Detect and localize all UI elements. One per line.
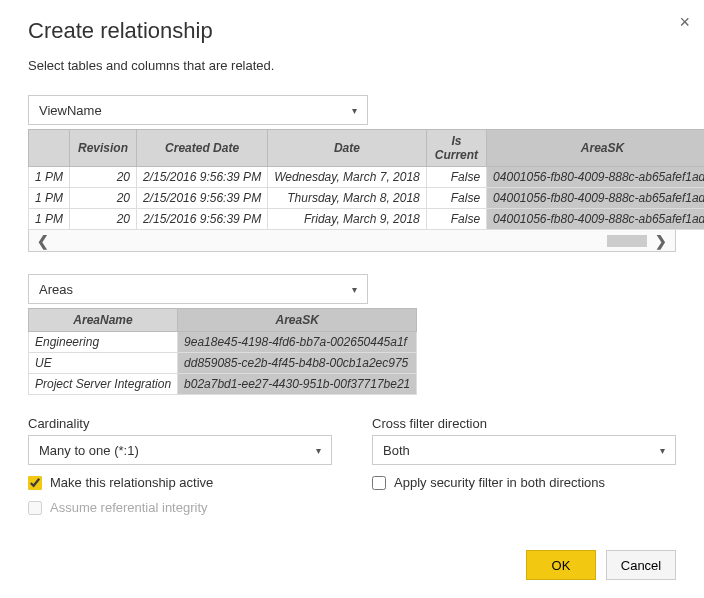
cardinality-label: Cardinality (28, 416, 332, 431)
scroll-right-icon[interactable]: ❯ (655, 233, 667, 249)
subtitle: Select tables and columns that are relat… (28, 58, 676, 73)
crossfilter-label: Cross filter direction (372, 416, 676, 431)
chevron-down-icon: ▾ (352, 284, 357, 295)
cardinality-dropdown[interactable]: Many to one (*:1) ▾ (28, 435, 332, 465)
table1-name: ViewName (39, 103, 102, 118)
table-row[interactable]: Engineering 9ea18e45-4198-4fd6-bb7a-0026… (29, 332, 417, 353)
table1-dropdown[interactable]: ViewName ▾ (28, 95, 368, 125)
table1-col-areask[interactable]: AreaSK (487, 130, 704, 167)
table-row[interactable]: UE dd859085-ce2b-4f45-b4b8-00cb1a2ec975 (29, 353, 417, 374)
table2-grid: AreaName AreaSK Engineering 9ea18e45-419… (28, 308, 417, 395)
active-checkbox-row[interactable]: Make this relationship active (28, 475, 332, 490)
chevron-down-icon: ▾ (352, 105, 357, 116)
table-row[interactable]: 1 PM 20 2/15/2016 9:56:39 PM Friday, Mar… (29, 209, 705, 230)
scrollbar-thumb[interactable] (607, 235, 647, 247)
table1-col-date[interactable]: Date (268, 130, 427, 167)
ok-button[interactable]: OK (526, 550, 596, 580)
referential-checkbox (28, 501, 42, 515)
table2-dropdown[interactable]: Areas ▾ (28, 274, 368, 304)
crossfilter-dropdown[interactable]: Both ▾ (372, 435, 676, 465)
security-checkbox-row[interactable]: Apply security filter in both directions (372, 475, 676, 490)
table1-col-current[interactable]: Is Current (426, 130, 486, 167)
chevron-down-icon: ▾ (316, 445, 321, 456)
active-checkbox[interactable] (28, 476, 42, 490)
table1-scrollbar[interactable]: ❮ ❯ (28, 230, 676, 252)
page-title: Create relationship (28, 18, 676, 44)
table1-col-revision[interactable]: Revision (70, 130, 137, 167)
table2-col-areask[interactable]: AreaSK (178, 309, 417, 332)
referential-checkbox-row: Assume referential integrity (28, 500, 332, 515)
table-row[interactable]: 1 PM 20 2/15/2016 9:56:39 PM Wednesday, … (29, 167, 705, 188)
close-icon[interactable]: × (679, 12, 690, 33)
table1-grid: Revision Created Date Date Is Current Ar… (28, 129, 704, 230)
table2-col-areaname[interactable]: AreaName (29, 309, 178, 332)
table-row[interactable]: Project Server Integration b02a7bd1-ee27… (29, 374, 417, 395)
scroll-left-icon[interactable]: ❮ (37, 233, 49, 249)
chevron-down-icon: ▾ (660, 445, 665, 456)
table1-col-created[interactable]: Created Date (137, 130, 268, 167)
cancel-button[interactable]: Cancel (606, 550, 676, 580)
table2-name: Areas (39, 282, 73, 297)
table-row[interactable]: 1 PM 20 2/15/2016 9:56:39 PM Thursday, M… (29, 188, 705, 209)
security-checkbox[interactable] (372, 476, 386, 490)
